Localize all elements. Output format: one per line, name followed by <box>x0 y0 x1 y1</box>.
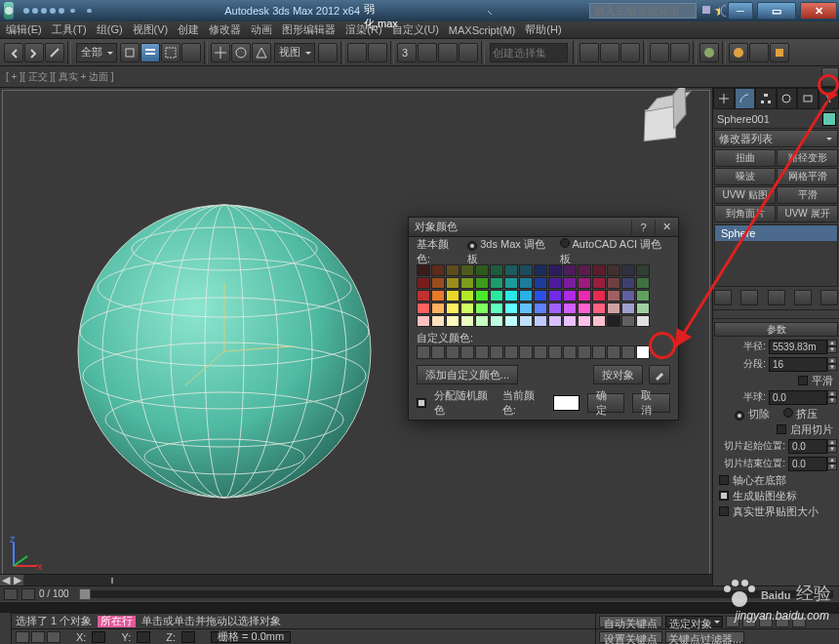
modifier-button[interactable]: UVW 贴图 <box>714 186 776 204</box>
color-swatch[interactable] <box>548 290 562 302</box>
keyboard-shortcut-icon[interactable] <box>368 43 387 62</box>
time-next-icon[interactable] <box>21 588 35 600</box>
render-production-icon[interactable] <box>770 43 789 62</box>
ok-button[interactable]: 确定 <box>587 393 625 413</box>
color-swatch[interactable] <box>490 264 503 276</box>
rendered-frame-icon[interactable] <box>749 43 769 62</box>
color-swatch[interactable] <box>446 302 459 314</box>
menu-item[interactable]: 创建 <box>178 22 199 37</box>
layers-icon[interactable] <box>620 43 640 62</box>
color-swatch[interactable] <box>519 264 533 276</box>
dialog-help-icon[interactable]: ? <box>631 220 655 235</box>
color-swatch[interactable] <box>636 302 650 314</box>
by-object-button[interactable]: 按对象 <box>593 365 643 384</box>
hemisphere-spinner[interactable]: 0.0 <box>769 390 827 405</box>
color-swatch[interactable] <box>636 277 650 289</box>
scroll-left-icon[interactable]: ◀ <box>0 575 12 586</box>
color-swatch[interactable] <box>475 290 489 302</box>
named-selection-set-input[interactable] <box>490 43 568 62</box>
color-swatch[interactable] <box>504 302 518 314</box>
make-unique-icon[interactable] <box>768 290 785 305</box>
curve-editor-icon[interactable] <box>650 43 669 62</box>
viewport-time-scrub[interactable]: ◀ ▶ <box>0 574 712 585</box>
menu-item[interactable]: 自定义(U) <box>392 22 439 37</box>
undo-icon[interactable] <box>4 43 23 62</box>
select-manipulate-icon[interactable] <box>347 43 367 62</box>
key-object-dropdown[interactable]: 选定对象 <box>665 616 723 627</box>
color-swatch[interactable] <box>519 315 533 327</box>
color-swatch[interactable] <box>446 315 459 327</box>
time-prev-icon[interactable] <box>4 588 18 600</box>
sphere-object[interactable] <box>68 195 380 507</box>
percent-snap-icon[interactable] <box>438 43 458 62</box>
menu-item[interactable]: 视图(V) <box>133 22 169 37</box>
menu-item[interactable]: 动画 <box>251 22 272 37</box>
minimize-button[interactable]: ─ <box>728 2 753 20</box>
color-swatch[interactable] <box>504 277 518 289</box>
color-swatch[interactable] <box>636 315 650 327</box>
color-swatch[interactable] <box>607 264 620 276</box>
move-icon[interactable] <box>211 43 230 62</box>
object-color-swatch[interactable] <box>822 112 836 126</box>
keyfilter-button[interactable]: 关键点过滤器... <box>665 631 744 643</box>
menu-item[interactable]: 编辑(E) <box>6 22 42 37</box>
select-object-icon[interactable] <box>120 43 140 62</box>
color-swatch[interactable] <box>548 315 562 327</box>
dialog-close-icon[interactable]: ✕ <box>655 220 678 235</box>
menu-item[interactable]: 帮助(H) <box>525 22 561 37</box>
color-swatch[interactable] <box>621 264 635 276</box>
color-palette-grid[interactable] <box>417 264 670 327</box>
color-swatch[interactable] <box>460 315 474 327</box>
color-swatch[interactable] <box>578 302 591 314</box>
align-icon[interactable] <box>600 43 619 62</box>
palette-3dsmax-radio[interactable] <box>467 241 477 251</box>
rotate-icon[interactable] <box>231 43 251 62</box>
scroll-right-icon[interactable]: ▶ <box>12 575 23 586</box>
sel-lock-icon[interactable] <box>31 631 45 643</box>
color-swatch[interactable] <box>534 290 547 302</box>
color-swatch[interactable] <box>460 290 474 302</box>
color-swatch[interactable] <box>578 264 591 276</box>
color-swatch[interactable] <box>563 302 577 314</box>
color-swatch[interactable] <box>592 277 606 289</box>
modifier-button[interactable]: 到角面片 <box>714 205 776 222</box>
color-swatch[interactable] <box>563 315 577 327</box>
color-swatch[interactable] <box>431 264 445 276</box>
help-search-input[interactable] <box>589 3 697 19</box>
segments-spinner[interactable]: 16 <box>769 357 827 372</box>
window-cross-icon[interactable] <box>181 43 201 62</box>
track-bar[interactable] <box>0 601 839 613</box>
color-swatch[interactable] <box>431 302 445 314</box>
color-swatch[interactable] <box>534 264 547 276</box>
quick-access-toolbar[interactable] <box>23 8 64 14</box>
modifier-button[interactable]: 平滑 <box>777 186 838 204</box>
color-swatch[interactable] <box>519 290 533 302</box>
scale-icon[interactable] <box>252 43 271 62</box>
color-swatch[interactable] <box>431 290 445 302</box>
color-swatch[interactable] <box>417 315 430 327</box>
color-swatch[interactable] <box>504 290 518 302</box>
color-swatch[interactable] <box>490 302 503 314</box>
coord-y-field[interactable] <box>137 631 150 643</box>
slice-to-spinner[interactable]: 0.0 <box>788 457 827 471</box>
coord-x-field[interactable] <box>92 631 105 643</box>
color-swatch[interactable] <box>548 277 562 289</box>
color-swatch[interactable] <box>490 315 503 327</box>
color-swatch[interactable] <box>621 302 635 314</box>
color-swatch[interactable] <box>621 290 635 302</box>
add-custom-color-button[interactable]: 添加自定义颜色... <box>417 365 518 384</box>
color-swatch[interactable] <box>578 290 591 302</box>
autokey-button[interactable]: 自动关键点 <box>599 616 662 627</box>
color-swatch[interactable] <box>490 277 503 289</box>
color-swatch[interactable] <box>446 290 459 302</box>
color-swatch[interactable] <box>460 264 474 276</box>
modifier-list-dropdown[interactable]: 修改器列表 <box>714 130 838 147</box>
color-swatch[interactable] <box>446 277 459 289</box>
color-swatch[interactable] <box>548 264 562 276</box>
radius-spinner[interactable]: 5539.83m <box>769 340 827 354</box>
modifier-stack[interactable]: Sphere <box>714 224 838 287</box>
menu-item[interactable]: 组(G) <box>97 22 123 37</box>
material-editor-icon[interactable] <box>699 43 719 62</box>
object-name-field[interactable]: Sphere001 <box>713 113 822 125</box>
modifier-button[interactable]: 路径变形 <box>777 149 838 167</box>
